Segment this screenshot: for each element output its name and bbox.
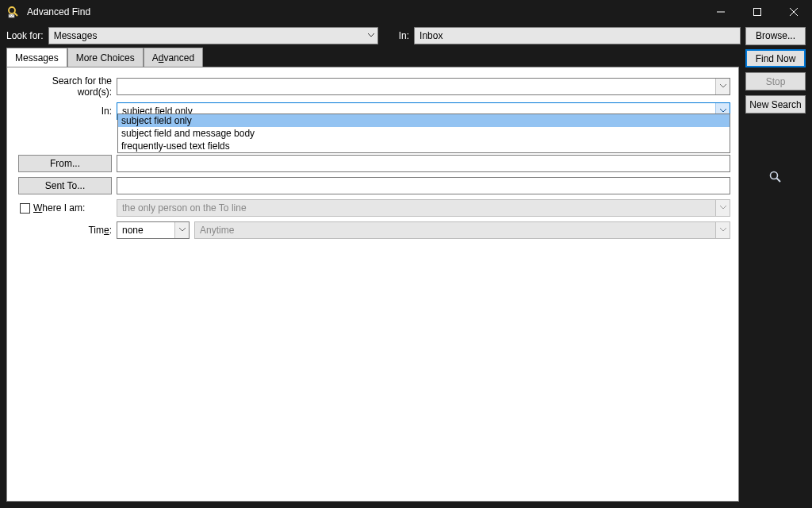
body: Messages More Choices Advanced Search fo… bbox=[0, 48, 812, 508]
look-for-value: Messages bbox=[54, 30, 98, 41]
sent-to-button[interactable]: Sent To... bbox=[18, 177, 112, 194]
where-i-am-label: Where I am: bbox=[15, 202, 112, 214]
tab-strip: Messages More Choices Advanced bbox=[6, 48, 739, 67]
magnifier-icon bbox=[769, 171, 782, 183]
time-combo[interactable]: none bbox=[117, 221, 190, 239]
svg-point-7 bbox=[771, 172, 778, 179]
window-title: Advanced Find bbox=[27, 6, 90, 17]
dropdown-option[interactable]: frequently-used text fields bbox=[118, 140, 730, 152]
chevron-down-icon bbox=[715, 200, 730, 216]
maximize-button[interactable] bbox=[739, 0, 776, 24]
in-value: Inbox bbox=[419, 30, 442, 41]
titlebar: Advanced Find bbox=[0, 0, 812, 24]
svg-rect-4 bbox=[754, 9, 761, 16]
chevron-down-icon bbox=[715, 222, 730, 238]
chevron-down-icon bbox=[368, 33, 374, 38]
where-i-am-combo: the only person on the To line bbox=[117, 199, 730, 217]
where-i-am-value: the only person on the To line bbox=[122, 202, 247, 214]
search-words-input[interactable] bbox=[117, 78, 730, 95]
minimize-icon bbox=[717, 8, 725, 16]
chevron-down-icon bbox=[715, 79, 730, 94]
dropdown-option[interactable]: subject field and message body bbox=[118, 127, 730, 140]
time-range-combo: Anytime bbox=[194, 221, 730, 239]
look-for-combo[interactable]: Messages bbox=[48, 27, 378, 44]
tab-panel-messages: Search for the word(s): In: subject fiel… bbox=[6, 67, 739, 502]
browse-button[interactable]: Browse... bbox=[745, 27, 806, 45]
tab-messages[interactable]: Messages bbox=[6, 48, 67, 67]
in-textbox[interactable]: Inbox bbox=[414, 27, 741, 44]
svg-line-1 bbox=[14, 13, 17, 16]
tab-more-choices[interactable]: More Choices bbox=[67, 48, 144, 67]
svg-line-8 bbox=[777, 179, 781, 183]
top-controls: Look for: Messages In: Inbox Browse... bbox=[0, 24, 812, 48]
from-input[interactable] bbox=[117, 155, 730, 172]
minimize-button[interactable] bbox=[703, 0, 739, 24]
search-words-label: Search for the word(s): bbox=[15, 75, 112, 98]
sent-to-input[interactable] bbox=[117, 177, 730, 194]
dropdown-option[interactable]: subject field only bbox=[118, 114, 730, 127]
look-for-label: Look for: bbox=[6, 30, 44, 41]
search-in-dropdown: subject field only subject field and mes… bbox=[117, 114, 730, 153]
close-button[interactable] bbox=[776, 0, 812, 24]
left-column: Messages More Choices Advanced Search fo… bbox=[6, 48, 739, 502]
stop-button: Stop bbox=[745, 72, 806, 90]
close-icon bbox=[790, 8, 798, 16]
advanced-find-window: Advanced Find Look for: Messages In: Inb… bbox=[0, 0, 812, 508]
app-icon bbox=[0, 6, 27, 18]
maximize-icon bbox=[753, 8, 761, 16]
tab-advanced[interactable]: Advanced bbox=[144, 48, 203, 67]
search-in-label: In: bbox=[15, 106, 112, 117]
time-range-value: Anytime bbox=[200, 225, 234, 236]
new-search-button[interactable]: New Search bbox=[745, 95, 806, 114]
from-button[interactable]: From... bbox=[18, 155, 112, 172]
time-value: none bbox=[122, 225, 144, 236]
find-now-button[interactable]: Find Now bbox=[745, 49, 806, 67]
in-label: In: bbox=[399, 30, 409, 41]
svg-point-0 bbox=[9, 7, 15, 13]
chevron-down-icon bbox=[174, 222, 189, 238]
where-i-am-checkbox[interactable] bbox=[20, 203, 30, 214]
time-label: Time: bbox=[15, 225, 112, 236]
side-column: Find Now Stop New Search bbox=[745, 48, 806, 502]
